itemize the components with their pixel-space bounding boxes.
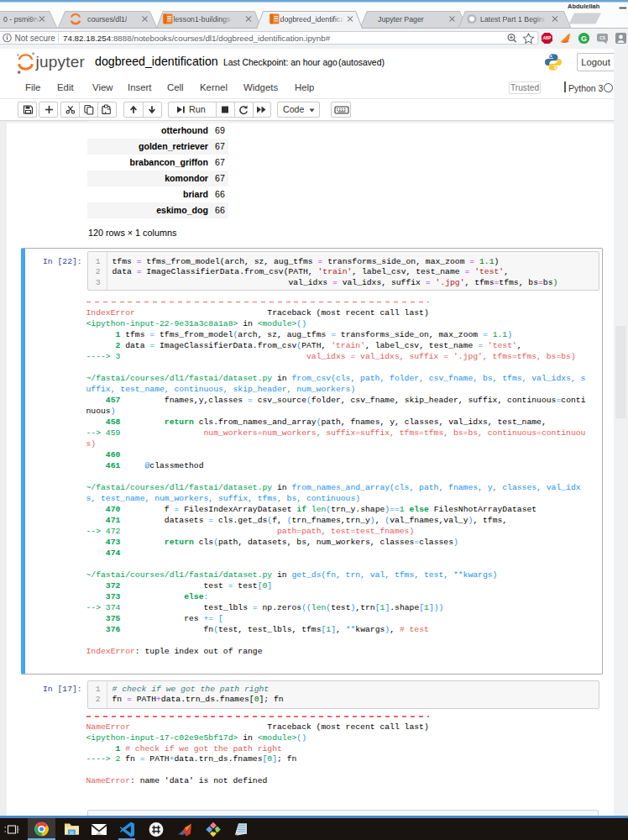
svg-text:ABP: ABP [543,36,552,40]
svg-text:CS: CS [599,36,605,40]
svg-text:G: G [581,34,587,43]
